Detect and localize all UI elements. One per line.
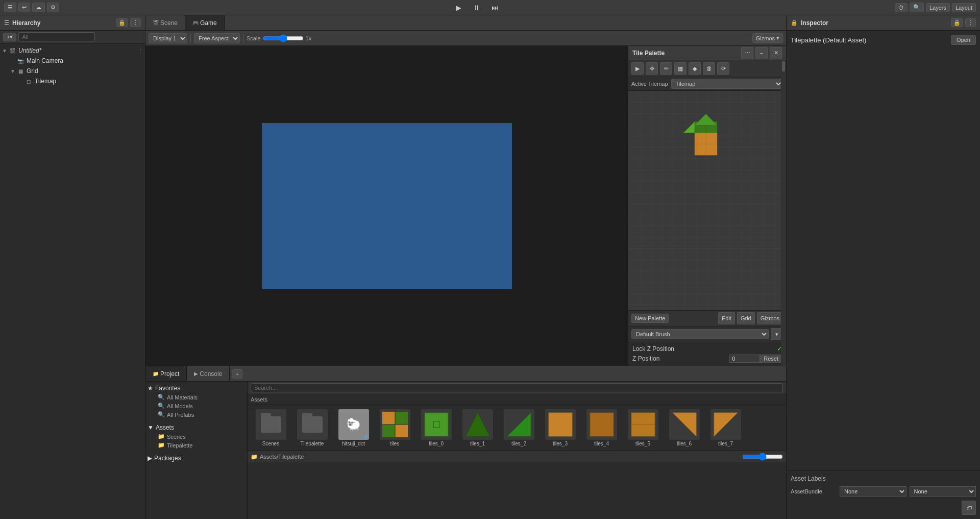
search-button[interactable]: 🔍 (910, 3, 924, 12)
z-position-input[interactable] (729, 355, 760, 363)
tree-item-grid[interactable]: ▼ ▦ Grid (0, 66, 145, 76)
svg-marker-24 (714, 413, 738, 436)
asset-tiles-1[interactable]: tiles_1 (458, 409, 497, 446)
tree-item-untitled[interactable]: ▼ 🎬 Untitled* ⋮ (0, 45, 145, 56)
asset-tilepalette[interactable]: Tilepalette (293, 409, 331, 446)
asset-scenes[interactable]: Scenes (252, 409, 290, 446)
tile-palette-close-button[interactable]: ✕ (770, 47, 782, 59)
gizmos-button[interactable]: Gizmos ▾ (752, 33, 783, 43)
asset-tiles-7[interactable]: tiles_7 (706, 409, 745, 446)
play-button[interactable]: ▶ (451, 2, 465, 13)
tile-palette-scrollbar[interactable] (781, 60, 786, 366)
untitled-menu[interactable]: ⋮ (138, 48, 143, 54)
fav-all-materials[interactable]: 🔍 All Materials (148, 393, 245, 402)
asset-tiles[interactable]: tiles (376, 409, 414, 446)
size-slider[interactable] (742, 453, 783, 461)
layers-button[interactable]: Layers (926, 3, 950, 12)
pause-button[interactable]: ⏸ (470, 2, 484, 13)
packages-label: Packages (154, 455, 181, 462)
assets-search-input[interactable] (251, 383, 783, 392)
fav-tilepalette[interactable]: 📁 Tilepalette (148, 441, 245, 450)
tp-fill-tool[interactable]: ⟳ (717, 62, 729, 75)
tile-palette-canvas[interactable] (628, 91, 786, 310)
tree-item-tilemap[interactable]: ◻ Tilemap (0, 76, 145, 86)
scene-tab-label: Scene (160, 19, 178, 27)
fav-scenes[interactable]: 📁 Scenes (148, 432, 245, 441)
cloud-button[interactable]: ☁ (32, 3, 45, 12)
asset-tiles-4[interactable]: tiles_4 (582, 409, 621, 446)
tab-console[interactable]: ▶ Console (187, 366, 230, 381)
step-button[interactable]: ⏭ (488, 2, 502, 13)
fav-all-prefabs[interactable]: 🔍 All Prefabs (148, 410, 245, 419)
project-add-button[interactable]: + (232, 369, 242, 379)
fav-tilepalette-icon: 📁 (158, 442, 165, 449)
hierarchy-search-input[interactable] (18, 32, 95, 41)
favorites-title[interactable]: ★ Favorites (148, 384, 245, 393)
scrollbar-thumb[interactable] (782, 61, 785, 72)
inspector-lock-button[interactable]: 🔒 (951, 18, 963, 27)
fav-all-models[interactable]: 🔍 All Models (148, 402, 245, 410)
inspector-menu-button[interactable]: ⋮ (965, 18, 976, 27)
history-button[interactable]: ⏱ (895, 3, 908, 12)
scale-slider[interactable] (263, 34, 304, 42)
tile-palette-window: Tile Palette ⋯ − ✕ ▶ ✥ ✏ ▦ ◆ 🗑 ⟳ Ac (628, 46, 786, 366)
asset-bundle-select-2[interactable]: None (910, 486, 976, 497)
edit-button[interactable]: Edit (718, 312, 735, 324)
top-bar-left: ☰ ↩ ☁ ⚙ (4, 3, 59, 12)
hierarchy-lock-button[interactable]: 🔒 (116, 18, 128, 27)
services-button[interactable]: ⚙ (47, 3, 59, 12)
aspect-select[interactable]: Free Aspect (194, 33, 240, 43)
asset-hitsuji[interactable]: 🐑 ▶ hitsuji_dot (334, 409, 373, 446)
asset-tiles-2[interactable]: tiles_2 (500, 409, 538, 446)
lock-z-row: Lock Z Position ✓ (632, 344, 782, 353)
tab-project[interactable]: 📁 Project (145, 366, 187, 381)
packages-title[interactable]: ▶ Packages (148, 454, 245, 463)
grid-button[interactable]: Grid (737, 312, 755, 324)
active-tilemap-select[interactable]: Tilemap (671, 79, 783, 89)
assets-grid: Scenes Tilepalette 🐑 ▶ (248, 405, 786, 451)
layout-button[interactable]: Layout (952, 3, 976, 12)
tp-erase-tool[interactable]: 🗑 (703, 62, 715, 75)
display-select[interactable]: Display 1 (149, 33, 187, 43)
scene-tab-icon: 🎬 (153, 20, 159, 26)
tab-scene[interactable]: 🎬 Scene (145, 15, 185, 30)
asset-tiles-0[interactable]: ◻ tiles_0 (417, 409, 455, 446)
asset-tiles-3[interactable]: tiles_3 (541, 409, 579, 446)
tile-palette-dots-button[interactable]: ⋯ (741, 47, 753, 59)
new-palette-button[interactable]: New Palette (631, 314, 669, 323)
tilemap-label: Tilemap (35, 78, 56, 85)
svg-rect-20 (590, 413, 614, 436)
hamburger-button[interactable]: ☰ (4, 3, 16, 12)
tp-select-tool[interactable]: ▶ (631, 62, 644, 75)
bottom-tabs: 📁 Project ▶ Console + (145, 366, 786, 382)
tiles-2-name: tiles_2 (511, 441, 526, 446)
reset-button[interactable]: Reset (760, 355, 782, 363)
tp-paint-tool[interactable]: ✏ (660, 62, 672, 75)
gizmos-tp-button[interactable]: Gizmos (757, 312, 783, 324)
asset-tiles-6[interactable]: tiles_6 (665, 409, 703, 446)
brush-select[interactable]: Default Brush (631, 329, 769, 339)
tp-pick-tool[interactable]: ◆ (689, 62, 701, 75)
hierarchy-add-button[interactable]: +▾ (3, 33, 16, 41)
open-button[interactable]: Open (951, 35, 976, 45)
inspector-header-right: 🔒 ⋮ (951, 18, 976, 27)
assets-section-title[interactable]: ▼ Assets (148, 423, 245, 432)
tile-palette-minus-button[interactable]: − (755, 47, 768, 59)
top-bar-center: ▶ ⏸ ⏭ (61, 2, 893, 13)
svg-rect-9 (382, 412, 395, 424)
tab-game[interactable]: 🎮 Game (185, 15, 225, 30)
undo-button[interactable]: ↩ (18, 3, 30, 12)
tp-box-tool[interactable]: ▦ (674, 62, 687, 75)
fav-models-label: All Models (167, 403, 193, 409)
game-screen (262, 123, 512, 289)
tp-move-tool[interactable]: ✥ (646, 62, 658, 75)
asset-tiles-5[interactable]: tiles_5 (624, 409, 662, 446)
tree-item-main-camera[interactable]: 📷 Main Camera (0, 56, 145, 66)
scenes-name: Scenes (262, 441, 279, 446)
tiles-thumb (380, 409, 410, 440)
hierarchy-toolbar: +▾ (0, 31, 145, 43)
hierarchy-menu-button[interactable]: ⋮ (130, 18, 141, 27)
inspector-tag-button[interactable]: 🏷 (962, 501, 976, 515)
asset-bundle-select-1[interactable]: None (840, 486, 906, 497)
asset-bundle-row: AssetBundle None None (791, 485, 976, 498)
